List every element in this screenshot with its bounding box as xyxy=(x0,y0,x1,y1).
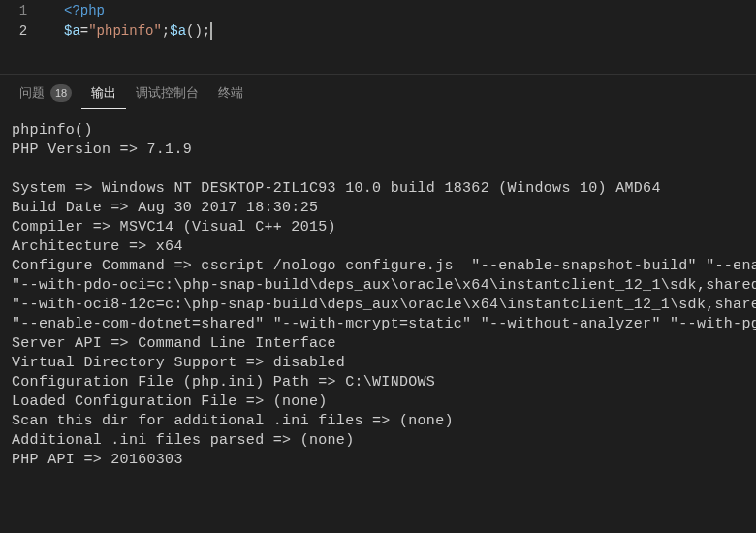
output-panel[interactable]: phpinfo() PHP Version => 7.1.9 System =>… xyxy=(0,108,756,533)
code-token: = xyxy=(80,22,88,38)
code-line[interactable]: 1<?php xyxy=(0,0,756,20)
panel-tab-label: 调试控制台 xyxy=(136,84,199,102)
panel-tabs: 问题18输出调试控制台终端 xyxy=(0,75,756,108)
panel-tab-label: 问题 xyxy=(19,84,45,102)
code-token: <?php xyxy=(64,3,105,18)
bottom-panel: 问题18输出调试控制台终端 phpinfo() PHP Version => 7… xyxy=(0,74,756,533)
code-content[interactable]: <?php xyxy=(47,3,105,18)
panel-tab[interactable]: 问题18 xyxy=(10,80,81,108)
panel-tab[interactable]: 调试控制台 xyxy=(126,80,208,108)
line-number: 2 xyxy=(0,23,47,39)
line-number: 1 xyxy=(0,3,47,18)
code-editor[interactable]: 1<?php2$a="phpinfo";$a(); xyxy=(0,0,756,74)
code-line[interactable]: 2$a="phpinfo";$a(); xyxy=(0,20,756,41)
code-token: (); xyxy=(186,22,210,38)
count-badge: 18 xyxy=(50,84,72,102)
panel-tab[interactable]: 输出 xyxy=(81,80,126,109)
panel-tab[interactable]: 终端 xyxy=(208,80,253,108)
panel-tab-label: 终端 xyxy=(218,84,243,102)
code-token: ; xyxy=(162,22,170,38)
code-content[interactable]: $a="phpinfo";$a(); xyxy=(47,22,212,40)
code-token: "phpinfo" xyxy=(88,22,162,38)
code-token: $a xyxy=(64,22,80,38)
code-token: $a xyxy=(170,22,186,38)
panel-tab-label: 输出 xyxy=(91,84,116,102)
text-cursor xyxy=(210,22,212,40)
